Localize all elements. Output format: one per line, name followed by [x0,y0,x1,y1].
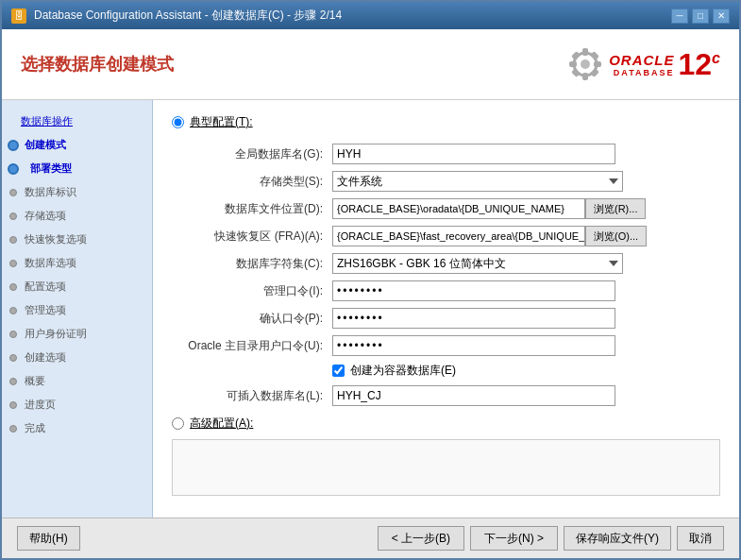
advanced-config-section: 高级配置(A): [172,416,720,432]
sidebar-item-fast-recovery: 快速恢复选项 [2,228,152,251]
sidebar-item-storage: 存储选项 [2,204,152,228]
footer: 帮助(H) < 上一步(B) 下一步(N) > 保存响应文件(Y) 取消 [2,518,739,558]
window-title: Database Configuration Assistant - 创建数据库… [34,8,664,24]
fast-recovery-label: 快速恢复区 (FRA)(A): [172,229,332,245]
svg-rect-6 [571,51,581,60]
admin-pwd-label: 管理口令(I): [172,283,332,299]
database-word: DATABASE [614,68,675,77]
oracle-logo: ORACLE DATABASE 12c [562,41,720,88]
sidebar-item-summary: 概要 [2,369,152,393]
maximize-button[interactable]: □ [692,8,709,24]
pluggable-db-row: 可插入数据库名(L): [172,385,720,406]
sidebar-item-db-operations[interactable]: 数据库操作 [2,110,152,133]
svg-rect-4 [569,61,577,67]
main-window: 🗄 Database Configuration Assistant - 创建数… [0,0,741,560]
footer-left: 帮助(H) [17,526,80,551]
charset-row: 数据库字符集(C): ZHS16GBK - GBK 16 位简体中文 AL32U… [172,253,720,274]
title-bar: 🗄 Database Configuration Assistant - 创建数… [2,2,739,29]
storage-type-select[interactable]: 文件系统 ASM [332,171,623,192]
version-number: 12c [679,47,721,81]
sidebar-item-create-mode: 创建模式 [2,133,152,157]
global-db-name-label: 全局数据库名(G): [172,146,332,162]
advanced-config-label[interactable]: 高级配置(A): [190,416,253,432]
cancel-button[interactable]: 取消 [677,526,724,551]
window-controls: ─ □ ✕ [671,8,730,24]
header: 选择数据库创建模式 ORACLE DATABASE 12c [2,29,739,100]
oracle-home-pwd-label: Oracle 主目录用户口令(U): [172,338,332,354]
global-db-name-row: 全局数据库名(G): [172,144,720,164]
browse-r-button[interactable]: 浏览(R)... [585,198,646,219]
content-area: 典型配置(T): 全局数据库名(G): 存储类型(S): 文件系统 ASM 数据… [153,100,739,518]
typical-config-section: 典型配置(T): [172,114,720,130]
sidebar-item-db-id: 数据库标识 [2,180,152,204]
svg-point-1 [581,59,590,69]
fast-recovery-input[interactable]: {ORACLE_BASE}\fast_recovery_area\{DB_UNI… [332,226,585,246]
minimize-button[interactable]: ─ [671,8,688,24]
pluggable-db-label: 可插入数据库名(L): [172,388,332,404]
browse-o-button[interactable]: 浏览(O)... [585,226,647,246]
page-title: 选择数据库创建模式 [21,53,174,76]
sidebar-item-create-options: 创建选项 [2,346,152,369]
help-button[interactable]: 帮助(H) [17,526,80,551]
fast-recovery-row: 快速恢复区 (FRA)(A): {ORACLE_BASE}\fast_recov… [172,226,720,246]
db-file-location-label: 数据库文件位置(D): [172,201,332,217]
close-button[interactable]: ✕ [713,8,730,24]
svg-rect-2 [582,48,588,56]
version-block: 12c [679,49,721,79]
typical-config-radio[interactable] [172,116,184,128]
sidebar-item-config-options: 配置选项 [2,275,152,298]
confirm-pwd-row: 确认口令(P): [172,308,720,329]
sidebar-item-complete: 完成 [2,416,152,440]
create-container-checkbox[interactable] [332,365,345,377]
charset-select[interactable]: ZHS16GBK - GBK 16 位简体中文 AL32UTF8 [332,253,623,274]
oracle-home-pwd-row: Oracle 主目录用户口令(U): [172,335,720,356]
description-box [172,439,720,496]
create-container-row: 创建为容器数据库(E) [172,363,720,379]
gear-decorative-icon [562,41,609,88]
storage-type-label: 存储类型(S): [172,174,332,190]
footer-right: < 上一步(B) 下一步(N) > 保存响应文件(Y) 取消 [378,526,724,551]
back-button[interactable]: < 上一步(B) [378,526,464,551]
confirm-pwd-input[interactable] [332,308,615,329]
main-content: 数据库操作 创建模式 部署类型 数据库标识 存储选项 快速恢复选项 数据库选项 … [2,100,739,518]
storage-type-row: 存储类型(S): 文件系统 ASM [172,171,720,192]
sidebar-item-deploy-type: 部署类型 [2,157,152,180]
global-db-name-input[interactable] [332,144,615,164]
oracle-brand: ORACLE DATABASE [609,52,674,77]
typical-config-label[interactable]: 典型配置(T): [190,114,253,130]
oracle-word: ORACLE [609,52,674,68]
create-container-label[interactable]: 创建为容器数据库(E) [350,363,456,379]
svg-rect-8 [571,68,581,77]
db-file-location-input[interactable]: {ORACLE_BASE}\oradata\{DB_UNIQUE_NAME} [332,198,585,219]
sidebar-item-user-credentials: 用户身份证明 [2,322,152,346]
confirm-pwd-label: 确认口令(P): [172,311,332,327]
sidebar-item-progress: 进度页 [2,393,152,416]
charset-label: 数据库字符集(C): [172,256,332,272]
create-container-checkbox-group: 创建为容器数据库(E) [332,363,456,379]
svg-rect-7 [590,51,599,60]
svg-rect-5 [594,61,601,67]
db-file-location-row: 数据库文件位置(D): {ORACLE_BASE}\oradata\{DB_UN… [172,198,720,219]
sidebar: 数据库操作 创建模式 部署类型 数据库标识 存储选项 快速恢复选项 数据库选项 … [2,100,153,518]
admin-pwd-row: 管理口令(I): [172,280,720,301]
sidebar-item-db-options: 数据库选项 [2,251,152,275]
svg-rect-3 [582,73,588,80]
save-response-button[interactable]: 保存响应文件(Y) [564,526,671,551]
version-suffix: c [712,50,720,66]
pluggable-db-input[interactable] [332,385,615,406]
app-icon: 🗄 [11,8,26,24]
svg-rect-9 [590,68,599,77]
advanced-config-radio[interactable] [172,417,184,430]
next-button[interactable]: 下一步(N) > [470,526,558,551]
sidebar-item-mgmt-options: 管理选项 [2,298,152,322]
oracle-home-pwd-input[interactable] [332,335,615,356]
admin-pwd-input[interactable] [332,280,615,301]
